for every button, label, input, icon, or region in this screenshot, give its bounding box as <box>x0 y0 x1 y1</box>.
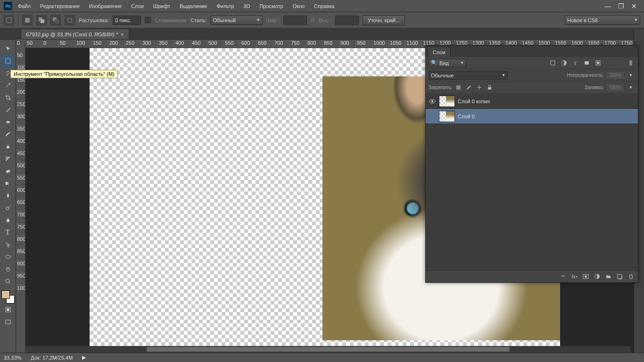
blend-mode-select[interactable]: Обычные▼ <box>429 71 508 80</box>
menu-view[interactable]: Просмотр <box>256 1 287 11</box>
zoom-tool[interactable] <box>2 275 14 288</box>
filter-adjustment-icon[interactable] <box>560 59 568 67</box>
refine-edge-button[interactable]: Уточн. край... <box>363 15 405 25</box>
tool-preset-icon[interactable] <box>4 15 14 25</box>
shape-tool[interactable] <box>2 251 14 263</box>
layer-row[interactable]: Слой 0 <box>426 109 638 124</box>
opacity-slider-icon[interactable]: ▼ <box>627 71 635 80</box>
fill-value[interactable]: 100% <box>606 83 625 92</box>
crop-tool[interactable] <box>2 91 14 104</box>
link-layers-icon[interactable] <box>559 272 567 281</box>
color-swatches[interactable] <box>1 290 15 304</box>
layer-thumbnail[interactable] <box>439 96 455 107</box>
menu-filter[interactable]: Фильтр <box>213 1 238 11</box>
eraser-tool[interactable] <box>2 165 14 177</box>
magic-wand-tool[interactable] <box>2 79 14 91</box>
path-selection-tool[interactable] <box>2 239 14 251</box>
new-group-icon[interactable] <box>604 272 612 281</box>
subtract-selection-icon[interactable] <box>50 15 61 25</box>
scrollbar-thumb[interactable] <box>147 347 510 352</box>
screen-mode-toggle[interactable] <box>2 316 14 328</box>
new-selection-icon[interactable] <box>22 15 33 25</box>
opacity-value[interactable]: 100% <box>606 71 625 80</box>
rectangular-marquee-tool[interactable] <box>2 55 14 67</box>
maximize-button[interactable]: ❐ <box>615 2 627 10</box>
filter-pixel-icon[interactable] <box>548 59 557 67</box>
menu-image[interactable]: Изображение <box>85 1 125 11</box>
layer-filter-select[interactable]: 🔍 Вид ▼ <box>429 59 466 67</box>
gradient-tool[interactable] <box>2 177 14 189</box>
menu-layers[interactable]: Слои <box>127 1 148 11</box>
document-tab[interactable]: 67932.jpg @ 33,3% (Слой 0, RGB/8#) * × <box>21 29 129 39</box>
layer-row[interactable]: Слой 0 копия <box>426 94 638 109</box>
clone-stamp-tool[interactable] <box>2 140 14 153</box>
layer-name[interactable]: Слой 0 копия <box>458 99 490 104</box>
foreground-color-swatch[interactable] <box>1 290 10 299</box>
blur-tool[interactable] <box>2 189 14 202</box>
hand-tool[interactable] <box>2 263 14 275</box>
move-tool[interactable] <box>2 42 14 55</box>
type-tool[interactable]: T <box>2 226 14 239</box>
close-button[interactable]: ✕ <box>628 2 640 10</box>
document-size[interactable]: Док: 17,2M/25,4M <box>31 355 73 361</box>
menu-file[interactable]: Файл <box>14 1 34 11</box>
delete-layer-icon[interactable] <box>627 272 635 281</box>
visibility-toggle-icon[interactable] <box>429 113 436 120</box>
svg-point-14 <box>6 255 10 259</box>
svg-rect-9 <box>6 121 10 123</box>
menu-3d[interactable]: 3D <box>239 1 254 11</box>
menu-help[interactable]: Справка <box>310 1 338 11</box>
whats-new-select[interactable]: Новое в CS6▼ <box>565 16 640 25</box>
svg-rect-3 <box>41 19 44 23</box>
filter-toggle-switch[interactable] <box>627 59 635 67</box>
new-layer-icon[interactable] <box>615 272 624 281</box>
layer-fx-icon[interactable]: fx▾ <box>570 272 578 281</box>
horizontal-scrollbar[interactable] <box>25 346 631 353</box>
close-tab-icon[interactable]: × <box>121 32 124 37</box>
menu-window[interactable]: Окно <box>289 1 309 11</box>
svg-point-13 <box>6 207 9 210</box>
svg-rect-24 <box>629 60 632 66</box>
eyedropper-tool[interactable] <box>2 104 14 116</box>
antialias-label: Сглаживание <box>155 17 187 23</box>
lock-transparent-icon[interactable] <box>454 83 463 92</box>
pen-tool[interactable] <box>2 214 14 226</box>
feather-input[interactable] <box>113 16 141 25</box>
svg-point-10 <box>6 156 8 158</box>
visibility-toggle-icon[interactable] <box>429 98 436 105</box>
menu-select[interactable]: Выделение <box>176 1 211 11</box>
dodge-tool[interactable] <box>2 202 14 214</box>
svg-rect-21 <box>585 61 589 65</box>
svg-rect-6 <box>68 18 72 22</box>
add-mask-icon[interactable] <box>581 272 590 281</box>
width-input <box>283 16 307 25</box>
app-logo: Ps <box>4 2 12 10</box>
new-adjustment-icon[interactable] <box>593 272 601 281</box>
filter-smart-icon[interactable] <box>594 59 602 67</box>
lock-all-icon[interactable] <box>486 83 494 92</box>
menu-edit[interactable]: Редактирование <box>36 1 83 11</box>
history-brush-tool[interactable] <box>2 153 14 165</box>
layers-panel-tab[interactable]: Слои <box>428 47 451 57</box>
healing-brush-tool[interactable] <box>2 116 14 128</box>
intersect-selection-icon[interactable] <box>65 15 75 25</box>
add-selection-icon[interactable] <box>36 15 47 25</box>
feather-label: Растушевка: <box>79 17 109 23</box>
layer-thumbnail[interactable] <box>439 111 455 122</box>
svg-rect-19 <box>551 61 555 65</box>
zoom-level[interactable]: 33,33% <box>4 355 21 361</box>
svg-point-15 <box>6 279 9 283</box>
fill-slider-icon[interactable]: ▼ <box>627 83 635 92</box>
swap-wh-icon: ⇄ <box>311 17 315 23</box>
minimize-button[interactable]: — <box>602 2 614 10</box>
style-select[interactable]: Обычный▼ <box>211 16 263 25</box>
brush-tool[interactable] <box>2 128 14 140</box>
quick-mask-toggle[interactable] <box>2 304 14 316</box>
lock-paint-icon[interactable] <box>465 83 473 92</box>
menu-type[interactable]: Шрифт <box>149 1 174 11</box>
layer-name[interactable]: Слой 0 <box>458 114 475 119</box>
lock-label: Закрепить: <box>429 85 453 90</box>
lock-position-icon[interactable] <box>475 83 484 92</box>
filter-shape-icon[interactable] <box>582 59 591 67</box>
filter-type-icon[interactable]: T <box>571 59 579 67</box>
